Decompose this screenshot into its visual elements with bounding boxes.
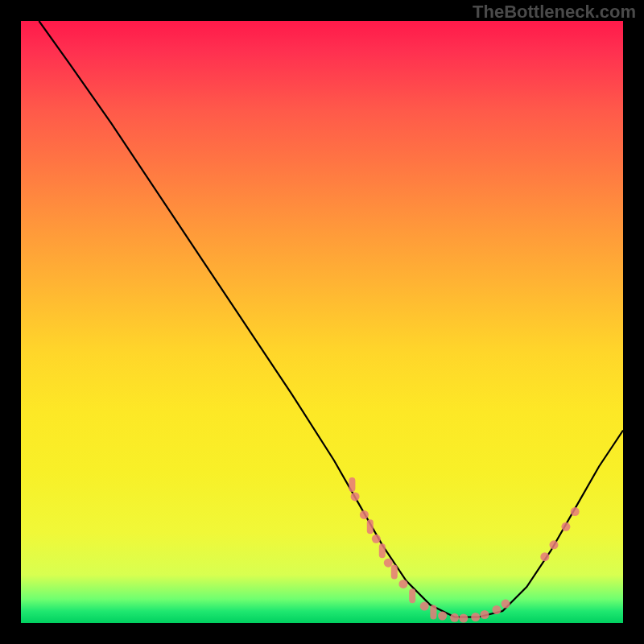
curve-marker — [379, 543, 386, 558]
watermark-text: TheBottleneck.com — [473, 2, 636, 23]
curve-marker — [540, 552, 549, 561]
curve-marker — [561, 522, 570, 531]
curve-marker — [459, 614, 468, 623]
curve-marker — [481, 610, 489, 619]
chart-svg — [21, 21, 623, 623]
curve-marker — [450, 613, 459, 622]
curve-marker — [502, 600, 510, 609]
curve-marker — [471, 613, 480, 621]
bottleneck-curve — [39, 21, 623, 617]
curve-marker — [399, 580, 408, 588]
curve-marker — [372, 535, 381, 543]
curve-marker — [384, 559, 393, 568]
curve-marker — [349, 477, 355, 492]
curve-marker — [492, 605, 501, 614]
curve-marker — [391, 564, 398, 579]
curve-marker — [571, 507, 580, 516]
curve-marker — [550, 540, 559, 549]
curve-marker — [367, 519, 374, 534]
marker-group — [349, 477, 579, 623]
curve-marker — [438, 612, 447, 621]
curve-marker — [409, 588, 415, 603]
curve-marker — [360, 510, 369, 519]
chart-plot-area — [21, 21, 623, 623]
curve-marker — [420, 602, 429, 611]
curve-marker — [351, 492, 360, 501]
curve-marker — [430, 605, 436, 620]
